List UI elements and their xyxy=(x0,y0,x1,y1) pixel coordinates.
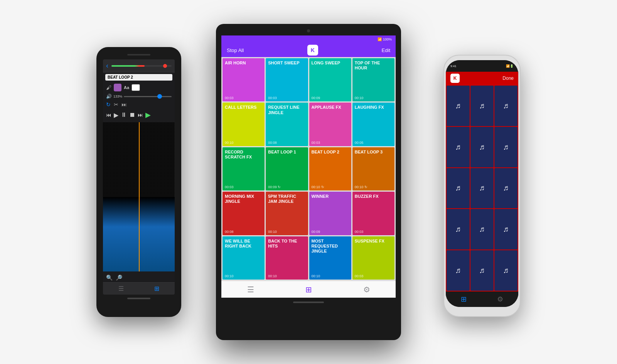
sound-cell-name-18: MOST REQUESTED JINGLE xyxy=(312,239,349,254)
right-cell-4[interactable]: ♬ xyxy=(470,127,494,167)
sound-cell-17[interactable]: BACK TO THE HITS00:10 xyxy=(266,236,308,280)
left-header: ‹ xyxy=(103,59,175,72)
right-cell-14[interactable]: ♬ xyxy=(494,250,518,291)
sound-cell-time-5: 00:08 xyxy=(268,141,305,145)
right-cell-0[interactable]: ♬ xyxy=(447,86,470,126)
center-screen: 📶 100% Stop All K Edit AIR HORN00:03SHOR… xyxy=(221,35,396,298)
pause-button[interactable]: ⏸ xyxy=(121,111,127,118)
right-cell-9[interactable]: ♬ xyxy=(447,209,470,249)
right-cell-5[interactable]: ♬ xyxy=(494,127,518,167)
sound-cell-name-16: WE WILL BE RIGHT BACK xyxy=(225,239,262,249)
skip-icon[interactable]: ⏭ xyxy=(121,101,127,108)
sound-cell-time-18: 00:10 xyxy=(312,274,349,278)
sound-cell-10[interactable]: BEAT LOOP 200:10 ↻ xyxy=(309,147,351,190)
sound-cell-time-1: 00:03 xyxy=(268,96,305,100)
left-android-device: ‹ BEAT LOOP 2 🖌 Aa 🔊 133% xyxy=(96,47,181,317)
sound-cell-0[interactable]: AIR HORN00:03 xyxy=(223,58,265,101)
grid-tab-icon[interactable]: ⊞ xyxy=(154,285,159,292)
back-button[interactable]: ‹ xyxy=(106,62,108,70)
record-indicator xyxy=(163,64,167,68)
sound-cell-16[interactable]: WE WILL BE RIGHT BACK00:10 xyxy=(223,236,265,280)
music-note-icon-13: ♬ xyxy=(479,266,485,275)
music-note-icon-3: ♬ xyxy=(455,143,461,152)
cut-icon[interactable]: ✂ xyxy=(114,101,118,108)
settings-tab[interactable]: ⚙ xyxy=(363,285,370,294)
list-tab-icon[interactable]: ☰ xyxy=(118,285,124,292)
music-note-icon-4: ♬ xyxy=(479,143,485,152)
right-cell-2[interactable]: ♬ xyxy=(494,86,518,126)
right-done-button[interactable]: Done xyxy=(502,76,514,81)
sound-cell-19[interactable]: SUSPENSE FX00:03 xyxy=(352,236,394,280)
sound-cell-time-12: 00:08 xyxy=(225,230,262,234)
volume-slider[interactable] xyxy=(124,96,172,97)
skip-fwd-button[interactable]: ⏭ xyxy=(138,112,143,118)
sound-cell-13[interactable]: 5PM TRAFFIC JAM JINGLE00:10 xyxy=(266,192,308,235)
music-note-icon-10: ♬ xyxy=(479,225,485,234)
list-tab[interactable]: ☰ xyxy=(247,285,254,294)
left-tab-bar: ☰ ⊞ xyxy=(103,282,175,295)
sound-cell-12[interactable]: MORNING MIX JINGLE00:08 xyxy=(223,192,265,235)
sound-cell-9[interactable]: BEAT LOOP 100:09 ↻ xyxy=(266,147,308,190)
sound-cell-time-15: 00:03 xyxy=(355,230,392,234)
sound-cell-5[interactable]: REQUEST LINE JINGLE00:08 xyxy=(266,103,308,146)
right-notch: 9:41 📶🔋 xyxy=(446,60,518,72)
front-camera xyxy=(307,29,310,32)
right-cell-11[interactable]: ♬ xyxy=(494,209,518,249)
sound-cell-name-11: BEAT LOOP 3 xyxy=(355,150,392,155)
music-note-icon-11: ♬ xyxy=(503,225,509,234)
zoom-out-icon[interactable]: 🔎 xyxy=(116,275,122,281)
sound-cell-11[interactable]: BEAT LOOP 300:10 ↻ xyxy=(352,147,394,190)
right-cell-10[interactable]: ♬ xyxy=(470,209,494,249)
stop-all-button[interactable]: Stop All xyxy=(227,47,244,53)
sound-cell-4[interactable]: CALL LETTERS00:10 xyxy=(223,103,265,146)
right-cell-13[interactable]: ♬ xyxy=(470,250,494,291)
sound-cell-name-0: AIR HORN xyxy=(225,61,262,66)
playhead xyxy=(139,122,140,271)
right-cell-7[interactable]: ♬ xyxy=(470,168,494,209)
skip-back-button[interactable]: ⏮ xyxy=(106,112,111,118)
sound-cell-time-17: 00:10 xyxy=(268,274,305,278)
right-cell-1[interactable]: ♬ xyxy=(470,86,494,126)
progress-fill xyxy=(111,65,145,67)
right-sound-grid: ♬♬♬♬♬♬♬♬♬♬♬♬♬♬♬ xyxy=(446,85,518,292)
color-row: 🖌 Aa xyxy=(103,82,175,93)
sound-cell-name-4: CALL LETTERS xyxy=(225,105,262,110)
play-button[interactable]: ▶ xyxy=(114,111,118,119)
text-format-icon[interactable]: Aa xyxy=(124,85,129,90)
color-swatch-purple[interactable] xyxy=(114,84,121,91)
right-settings-tab[interactable]: ⚙ xyxy=(497,295,503,303)
sound-cell-14[interactable]: WINNER00:09 xyxy=(309,192,351,235)
edit-button[interactable]: Edit xyxy=(382,47,390,53)
paint-icon[interactable]: 🖌 xyxy=(106,84,111,91)
volume-percent: 133% xyxy=(113,94,122,98)
sound-cell-time-7: 00:05 xyxy=(355,141,392,145)
right-cell-8[interactable]: ♬ xyxy=(494,168,518,209)
track-name-label: BEAT LOOP 2 xyxy=(105,74,172,81)
sound-cell-time-19: 00:03 xyxy=(355,274,392,278)
right-cell-3[interactable]: ♬ xyxy=(447,127,470,167)
sound-cell-18[interactable]: MOST REQUESTED JINGLE00:10 xyxy=(309,236,351,280)
zoom-in-icon[interactable]: 🔍 xyxy=(106,275,113,281)
right-tab-bar: ⊞ ⚙ xyxy=(446,292,518,307)
right-iphone-device: 9:41 📶🔋 K Done ♬♬♬♬♬♬♬♬♬♬♬♬♬♬♬ ⊞ ⚙ xyxy=(443,55,521,317)
app-header: Stop All K Edit xyxy=(221,43,396,57)
grid-tab[interactable]: ⊞ xyxy=(305,285,312,294)
right-cell-12[interactable]: ♬ xyxy=(447,250,470,291)
sound-cell-7[interactable]: LAUGHING FX00:05 xyxy=(352,103,394,146)
app-logo: K xyxy=(307,45,318,56)
green-play-button[interactable]: ▶ xyxy=(145,111,151,119)
sound-cell-15[interactable]: BUZZER FX00:03 xyxy=(352,192,394,235)
volume-thumb[interactable] xyxy=(157,94,162,99)
sound-cell-name-13: 5PM TRAFFIC JAM JINGLE xyxy=(268,194,305,204)
right-grid-tab[interactable]: ⊞ xyxy=(461,295,467,303)
stop-button[interactable]: ⏹ xyxy=(129,111,135,118)
sound-cell-6[interactable]: APPLAUSE FX00:03 xyxy=(309,103,351,146)
sound-cell-8[interactable]: RECORD SCRATCH FX00:03 xyxy=(223,147,265,190)
right-status-right: 📶🔋 xyxy=(506,64,514,68)
sound-cell-3[interactable]: TOP OF THE HOUR00:10 xyxy=(352,58,394,101)
loop-icon[interactable]: ↻ xyxy=(106,101,111,108)
sound-cell-2[interactable]: LONG SWEEP00:09 xyxy=(309,58,351,101)
sound-cell-1[interactable]: SHORT SWEEP00:03 xyxy=(266,58,308,101)
right-cell-6[interactable]: ♬ xyxy=(447,168,470,209)
color-swatch-white[interactable] xyxy=(131,84,140,91)
